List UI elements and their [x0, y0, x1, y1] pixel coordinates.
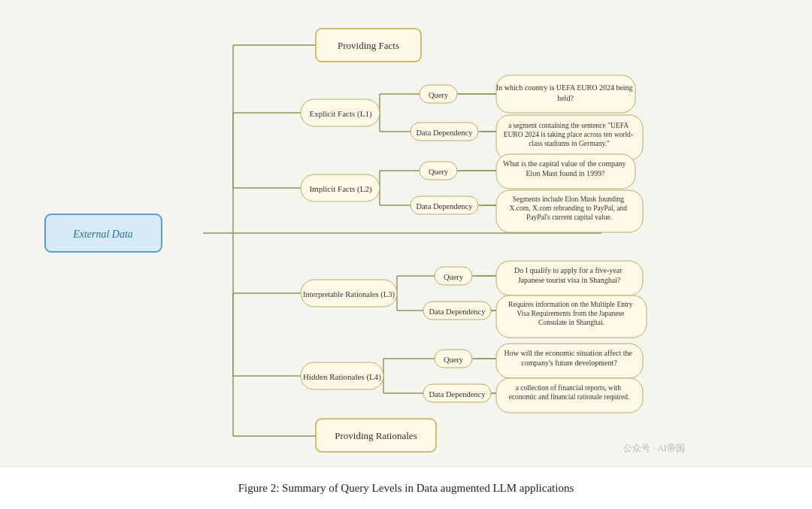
mind-map-svg: External Data Providing Facts Providing … [0, 0, 812, 466]
l3-query-label: Query [444, 273, 464, 281]
l2-query-label: Query [429, 168, 449, 176]
providing-rationales-label: Providing Rationales [335, 430, 417, 441]
caption-text: Figure 2: Summary of Query Levels in Dat… [238, 482, 574, 495]
l4-label: Hidden Rationales (L4) [303, 372, 381, 382]
l1-query-label: Query [429, 91, 449, 99]
l4-query-label: Query [444, 356, 464, 364]
l1-dep-label: Data Dependency [417, 129, 474, 137]
l2-dep-label: Data Dependency [417, 202, 474, 211]
l4-dep-label: Data Dependency [429, 390, 486, 398]
l2-label: Implicit Facts (L2) [309, 184, 371, 194]
watermark-text: 公众号 · AI帝国 [623, 443, 685, 453]
root-node-label: External Data [72, 229, 133, 240]
caption-bar: Figure 2: Summary of Query Levels in Dat… [0, 466, 812, 509]
l3-dep-label: Data Dependency [429, 308, 486, 316]
l2-dep-text: Segments include Elon Musk founding X.co… [510, 195, 629, 221]
diagram-container: External Data Providing Facts Providing … [0, 0, 812, 466]
l3-label: Interpretable Rationales (L3) [303, 290, 395, 299]
providing-facts-label: Providing Facts [338, 40, 399, 51]
l1-label: Explicit Facts (L1) [309, 109, 371, 119]
